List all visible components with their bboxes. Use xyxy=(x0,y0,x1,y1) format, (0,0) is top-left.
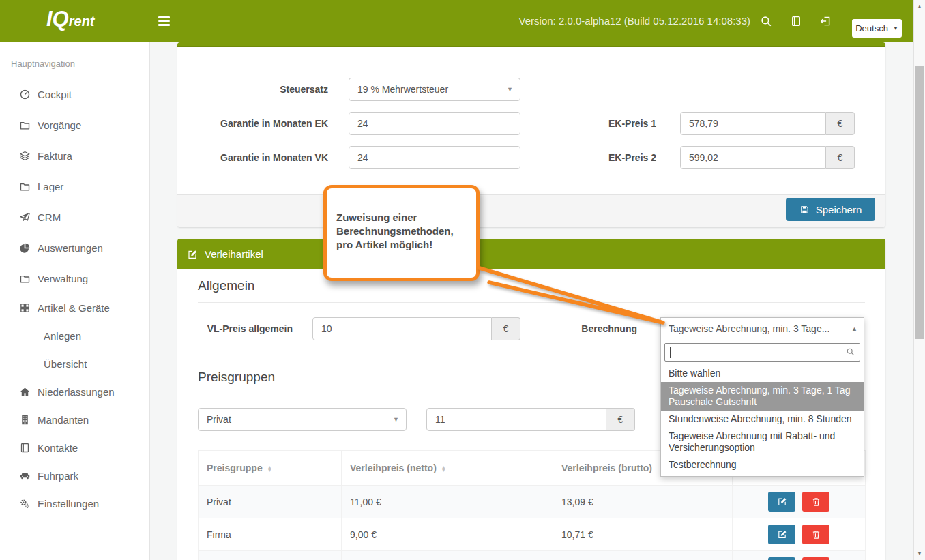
sidebar-item-label: Lager xyxy=(38,181,63,192)
sidebar-item-label: Artikel & Geräte xyxy=(38,302,110,314)
column-header-verleihpreis-netto[interactable]: Verleihpreis (netto)▲▼ xyxy=(342,451,553,486)
address-book-icon xyxy=(19,442,31,454)
currency-addon: € xyxy=(826,112,855,135)
steuersatz-select[interactable]: 19 % Mehrwertsteuer ▼ xyxy=(349,78,520,101)
dropdown-option-tageweise-abrechnung-mit-rabatt-und-versicherungsoption[interactable]: Tageweise Abrechnung mit Rabatt- und Ver… xyxy=(661,428,864,456)
dropdown-search-input[interactable] xyxy=(664,343,860,362)
cell-brutto: 10,71 € xyxy=(553,518,733,551)
sidebar-item-label: Niederlassungen xyxy=(38,386,115,398)
cell-netto: 9,00 € xyxy=(342,518,553,551)
steuersatz-label: Steuersatz xyxy=(191,78,328,101)
contacts-book-icon[interactable] xyxy=(790,15,802,27)
app-logo[interactable]: IQrent xyxy=(46,7,95,31)
sidebar-item-label: Auswertungen xyxy=(38,242,103,254)
sidebar-item-label: CRM xyxy=(38,211,61,223)
sidebar-item-vorgänge[interactable]: Vorgänge xyxy=(0,110,149,141)
language-selector[interactable]: Deutsch ▼ xyxy=(852,19,902,38)
sidebar-item-label: Vorgänge xyxy=(38,119,81,131)
sidebar-item-anlegen[interactable]: Anlegen xyxy=(0,322,149,350)
sidebar-item-label: Verwaltung xyxy=(38,273,88,284)
search-icon[interactable] xyxy=(760,15,772,27)
trash-icon xyxy=(811,497,821,507)
chevron-down-icon: ▼ xyxy=(507,78,513,100)
sidebar-item-niederlassungen[interactable]: Niederlassungen xyxy=(0,378,149,406)
scroll-down-icon[interactable]: ▼ xyxy=(914,550,925,557)
sidebar-item-cockpit[interactable]: Cockpit xyxy=(0,79,149,110)
speedometer-icon xyxy=(19,89,31,100)
menu-toggle-icon[interactable] xyxy=(158,16,170,28)
building-icon xyxy=(19,414,31,426)
berechnung-selected-value[interactable]: Tageweise Abrechnung, min. 3 Tage... ▲ xyxy=(661,318,864,340)
sidebar-item-fuhrpark[interactable]: Fuhrpark xyxy=(0,462,149,490)
panel-footer xyxy=(177,194,885,227)
cell-netto: 11,00 € xyxy=(342,486,553,518)
delete-row-button[interactable] xyxy=(802,557,829,560)
sidebar-item-label: Anlegen xyxy=(44,330,81,342)
stammdaten-panel: Steuersatz 19 % Mehrwertsteuer ▼ Garanti… xyxy=(177,42,885,227)
garantie-ek-label: Garantie in Monaten EK xyxy=(191,112,328,135)
scrollbar-thumb[interactable] xyxy=(915,66,924,339)
sidebar-item-crm[interactable]: CRM xyxy=(0,202,149,233)
cell-aktion xyxy=(733,518,866,551)
edit-icon xyxy=(777,529,787,540)
grid-icon xyxy=(19,302,31,314)
garantie-vk-input[interactable] xyxy=(349,146,520,169)
chevron-up-icon: ▲ xyxy=(851,318,857,340)
sidebar-item-faktura[interactable]: Faktura xyxy=(0,141,149,171)
annotation-callout: Zuweisung einer Berechnungsmethoden, pro… xyxy=(323,185,480,281)
preisgruppe-price-input[interactable] xyxy=(426,408,606,431)
garantie-ek-input[interactable] xyxy=(349,112,520,135)
currency-addon: € xyxy=(826,146,855,169)
sidebar-item-artikel-geräte[interactable]: Artikel & Geräte xyxy=(0,294,149,322)
vl-preis-input[interactable] xyxy=(312,317,492,340)
sidebar-item-kontakte[interactable]: Kontakte xyxy=(0,434,149,462)
ek-preis-1-label: EK-Preis 1 xyxy=(559,112,656,135)
logo-text: IQ xyxy=(46,7,69,31)
sidebar-item-label: Kontakte xyxy=(38,442,78,454)
ek-preis-1-input[interactable] xyxy=(680,112,826,135)
sidebar-item-auswertungen[interactable]: Auswertungen xyxy=(0,233,149,263)
table-row xyxy=(199,551,866,560)
logout-icon[interactable] xyxy=(819,15,832,27)
cell-preisgruppe: Privat xyxy=(199,486,342,518)
folder-icon xyxy=(19,119,31,131)
pie-chart-icon xyxy=(19,242,31,254)
sidebar-item-lager[interactable]: Lager xyxy=(0,171,149,202)
home-icon xyxy=(19,386,31,398)
sidebar-section-label: Hauptnavigation xyxy=(11,59,75,69)
cell-preisgruppe: Firma xyxy=(199,518,342,551)
car-icon xyxy=(19,470,31,482)
edit-row-button[interactable] xyxy=(768,492,795,512)
cell-brutto: 13,09 € xyxy=(553,486,733,518)
edit-row-button[interactable] xyxy=(768,557,795,560)
currency-addon: € xyxy=(606,408,635,431)
scrollbar[interactable]: ▲ ▼ xyxy=(913,0,925,560)
save-icon xyxy=(799,205,810,215)
sidebar-item-label: Cockpit xyxy=(38,89,72,100)
scroll-up-icon[interactable]: ▲ xyxy=(914,3,925,10)
dropdown-option-tageweise-abrechnung-min-3-tage-1-tag-pauschale-gutschrift[interactable]: Tageweise Abrechnung, min. 3 Tage, 1 Tag… xyxy=(661,382,864,411)
folder-icon xyxy=(19,273,31,284)
sidebar-item-einstellungen[interactable]: Einstellungen xyxy=(0,490,149,518)
dropdown-option-bitte-wählen[interactable]: Bitte wählen xyxy=(661,365,864,382)
version-text: Version: 2.0.0-alpha12 (Build 05.12.2016… xyxy=(519,15,750,27)
chevron-down-icon: ▼ xyxy=(393,409,399,430)
edit-row-button[interactable] xyxy=(768,525,795,544)
sidebar-item-mandanten[interactable]: Mandanten xyxy=(0,406,149,434)
delete-row-button[interactable] xyxy=(802,525,829,544)
preisgruppe-select[interactable]: Privat ▼ xyxy=(198,408,407,431)
save-button[interactable]: Speichern xyxy=(786,198,875,221)
search-icon xyxy=(846,347,855,356)
sidebar-item-verwaltung[interactable]: Verwaltung xyxy=(0,263,149,294)
column-header-preisgruppe[interactable]: Preisgruppe▲▼ xyxy=(199,451,342,486)
text-cursor xyxy=(670,347,671,358)
annotation-arrow xyxy=(474,261,672,329)
paper-plane-icon xyxy=(19,211,31,223)
dropdown-option-testberechnung[interactable]: Testberechnung xyxy=(661,456,864,473)
dropdown-option-stundenweise-abrechnung-min-8-stunden[interactable]: Stundenweise Abrechnung, min. 8 Stunden xyxy=(661,411,864,428)
cell-brutto xyxy=(553,551,733,560)
delete-row-button[interactable] xyxy=(802,492,829,512)
sidebar-item-übersicht[interactable]: Übersicht xyxy=(0,350,149,378)
ek-preis-2-input[interactable] xyxy=(680,146,826,169)
panel-header-remnant xyxy=(177,42,885,47)
